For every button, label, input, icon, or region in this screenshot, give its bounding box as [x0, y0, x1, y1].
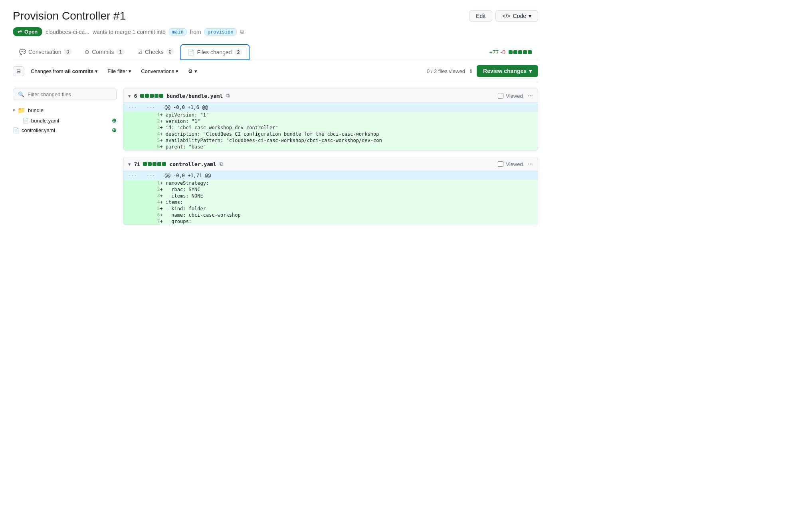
review-changes-button[interactable]: Review changes ▾: [477, 65, 538, 77]
diff-line-added: 2 + rbac: SYNC: [123, 186, 538, 193]
diff-filename: bundle/bundle.yaml: [166, 93, 223, 99]
diff-bar: [509, 50, 532, 54]
chevron-down-icon: ▾: [13, 108, 15, 113]
more-options-btn[interactable]: ···: [528, 92, 533, 99]
pr-author: cloudbees-ci-ca...: [46, 29, 89, 35]
additions-stat: +77: [489, 49, 499, 55]
collapse-button[interactable]: ⊟: [13, 66, 24, 76]
toolbar-right: 0 / 2 files viewed ℹ Review changes ▾: [427, 65, 538, 77]
copy-filename-icon[interactable]: ⧉: [226, 93, 230, 99]
collapse-icon: ⊟: [16, 68, 21, 74]
file-tree: ▾ 📁 bundle 📄 bundle.yaml ⊕ 📄 controller.…: [13, 105, 117, 135]
changes-from-dropdown[interactable]: Changes from all commits ▾: [28, 67, 101, 76]
commits-count: 1: [116, 49, 125, 55]
diff-squares: [140, 94, 163, 98]
main-content: 🔍 ▾ 📁 bundle 📄 bundle.yaml ⊕: [13, 89, 538, 231]
diff-line-added: 6 + parent: "base": [123, 144, 538, 150]
hunk-header-row: ··· ··· @@ -0,0 +1,71 @@: [123, 171, 538, 180]
conversation-icon: 💬: [19, 49, 26, 55]
chevron-down-icon: ▾: [529, 13, 531, 19]
diff-line-count: 6: [134, 93, 137, 99]
pr-title: Provision Controller #1: [13, 10, 126, 22]
chevron-down-icon: ▾: [529, 68, 532, 74]
diff-file-bundle-yaml: ▾ 6 bundle/bundle.yaml ⧉: [123, 89, 538, 150]
status-badge: ⇌ Open: [13, 27, 42, 36]
tab-commits[interactable]: ⊙ Commits 1: [78, 45, 131, 60]
diff-line-added: 5 + - kind: folder: [123, 206, 538, 212]
file-sidebar: 🔍 ▾ 📁 bundle 📄 bundle.yaml ⊕: [13, 89, 117, 231]
file-filter-dropdown[interactable]: File filter ▾: [104, 67, 135, 76]
file-item-controller-yaml[interactable]: 📄 controller.yaml ⊕: [13, 125, 117, 135]
commits-icon: ⊙: [85, 49, 89, 55]
diff-line-added: 4 + items:: [123, 199, 538, 206]
diff-area: ▾ 6 bundle/bundle.yaml ⧉: [123, 89, 538, 231]
chevron-down-icon: ▾: [129, 68, 131, 74]
tab-conversation[interactable]: 💬 Conversation 0: [13, 45, 78, 60]
search-input[interactable]: [28, 91, 111, 97]
diff-table-bundle: ··· ··· @@ -0,0 +1,6 @@ 1 + apiVersion: …: [123, 103, 538, 150]
viewed-label: Viewed: [498, 93, 523, 99]
file-added-icon: ⊕: [112, 117, 117, 124]
diff-line-added: 4 + description: "CloudBees CI configura…: [123, 131, 538, 137]
settings-dropdown[interactable]: ⚙ ▾: [185, 67, 200, 76]
toolbar-left: ⊟ Changes from all commits ▾ File filter…: [13, 66, 422, 76]
chevron-down-icon: ▾: [176, 68, 178, 74]
diff-line-added: 2 + version: "1": [123, 118, 538, 125]
edit-button[interactable]: Edit: [469, 10, 492, 22]
checks-count: 0: [166, 49, 174, 55]
code-button[interactable]: </> Code ▾: [495, 10, 538, 22]
conversations-dropdown[interactable]: Conversations ▾: [138, 67, 182, 76]
info-icon[interactable]: ℹ: [470, 68, 472, 74]
files-changed-icon: 📄: [188, 49, 194, 55]
hunk-header-row: ··· ··· @@ -0,0 +1,6 @@: [123, 103, 538, 112]
target-branch[interactable]: main: [169, 28, 187, 36]
folder-icon: 📁: [18, 107, 26, 114]
conversation-count: 0: [64, 49, 72, 55]
diff-line-added: 6 + name: cbci-casc-workshop: [123, 212, 538, 218]
copy-branch-icon[interactable]: ⧉: [240, 28, 244, 35]
file-icon: 📄: [13, 127, 19, 133]
diff-table-controller: ··· ··· @@ -0,0 +1,71 @@ 1 + removeStrat…: [123, 171, 538, 225]
diff-line-added: 1 + removeStrategy:: [123, 180, 538, 186]
header-actions: Edit </> Code ▾: [469, 10, 538, 22]
diff-line-added: 7 + groups:: [123, 218, 538, 225]
file-added-icon: ⊕: [112, 127, 117, 133]
viewed-checkbox[interactable]: [498, 93, 503, 99]
diff-line-added: 1 + apiVersion: "1": [123, 112, 538, 118]
diff-line-added: 3 + id: "cbci-casc-workshop-dev-controll…: [123, 125, 538, 131]
tab-bar: 💬 Conversation 0 ⊙ Commits 1 ☑ Checks 0 …: [13, 44, 538, 60]
files-changed-count: 2: [234, 49, 243, 55]
diff-file-header-controller: ▾ 71 controller.yaml ⧉: [123, 157, 538, 171]
diff-line-added: 3 + items: NONE: [123, 193, 538, 199]
viewed-label: Viewed: [498, 161, 523, 167]
source-branch[interactable]: provision: [204, 28, 237, 36]
copy-filename-icon[interactable]: ⧉: [220, 161, 223, 167]
chevron-down-icon: ▾: [194, 68, 197, 74]
diff-line-count: 71: [134, 161, 140, 167]
diff-filename: controller.yaml: [169, 161, 216, 167]
search-box[interactable]: 🔍: [13, 89, 117, 100]
merge-icon: ⇌: [18, 29, 22, 35]
diff-file-controller-yaml: ▾ 71 controller.yaml ⧉: [123, 157, 538, 225]
diff-line-added: 5 + availabilityPattern: "cloudbees-ci-c…: [123, 137, 538, 144]
checks-icon: ☑: [137, 49, 143, 55]
deletions-stat: -0: [501, 49, 505, 55]
files-viewed-label: 0 / 2 files viewed: [427, 68, 465, 74]
tab-files-changed[interactable]: 📄 Files changed 2: [180, 44, 250, 60]
collapse-file-btn[interactable]: ▾: [128, 161, 131, 167]
diff-squares: [143, 162, 166, 166]
more-options-btn[interactable]: ···: [528, 160, 533, 168]
pr-meta: ⇌ Open cloudbees-ci-ca... wants to merge…: [13, 27, 538, 36]
diff-file-header-bundle: ▾ 6 bundle/bundle.yaml ⧉: [123, 89, 538, 103]
tab-checks[interactable]: ☑ Checks 0: [131, 45, 180, 60]
chevron-down-icon: ▾: [95, 68, 98, 74]
viewed-checkbox[interactable]: [498, 161, 503, 167]
file-icon: 📄: [22, 118, 29, 124]
diff-toolbar: ⊟ Changes from all commits ▾ File filter…: [13, 60, 538, 82]
file-item-bundle-yaml[interactable]: 📄 bundle.yaml ⊕: [13, 116, 117, 125]
folder-bundle[interactable]: ▾ 📁 bundle: [13, 105, 117, 116]
search-icon: 🔍: [18, 91, 24, 97]
gear-icon: ⚙: [188, 68, 193, 74]
collapse-file-btn[interactable]: ▾: [128, 93, 131, 99]
code-icon: </>: [502, 13, 510, 19]
